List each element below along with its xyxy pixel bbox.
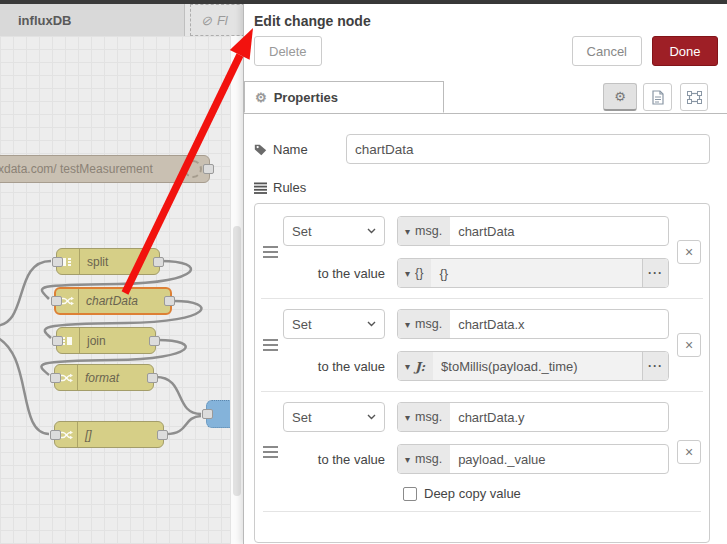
value-typed-input: ▾ {} {} ··· <box>397 258 669 288</box>
action-select[interactable]: Set <box>283 402 385 432</box>
caret-down-icon: ▾ <box>405 226 410 237</box>
value-type-button[interactable]: ▾ {} <box>398 259 431 287</box>
caret-down-icon: ▾ <box>405 361 410 372</box>
influxdb-icon <box>184 160 202 178</box>
property-input[interactable]: chartData <box>450 217 668 245</box>
done-button[interactable]: Done <box>652 36 718 66</box>
deep-copy-checkbox[interactable] <box>403 487 417 501</box>
rule-fields: Set ▾ msg. chartData.y <box>283 402 669 501</box>
value-type-button[interactable]: ▾ msg. <box>398 445 450 473</box>
input-port[interactable] <box>50 373 61 383</box>
output-port[interactable] <box>164 296 175 306</box>
node-bracket[interactable]: [] <box>54 421 164 448</box>
name-input[interactable] <box>346 134 710 164</box>
flow-tab-influxdb[interactable]: influxDB <box>0 4 185 36</box>
output-port[interactable] <box>149 336 160 346</box>
chevron-down-icon <box>367 228 376 234</box>
node-label: split <box>80 255 116 269</box>
caret-down-icon: ▾ <box>405 319 410 330</box>
output-port[interactable] <box>157 430 168 440</box>
value-input[interactable]: $toMillis(payload._time) <box>433 352 642 380</box>
edit-panel: Edit change node Delete Cancel Done ⚙ Pr… <box>243 4 727 544</box>
node-label: [] <box>78 428 100 442</box>
property-input[interactable]: chartData.x <box>450 310 668 338</box>
output-port[interactable] <box>147 373 158 383</box>
property-type-button[interactable]: ▾ msg. <box>398 217 450 245</box>
document-icon <box>652 90 664 105</box>
caret-down-icon: ▾ <box>405 412 410 423</box>
flow-canvas[interactable]: xdata.com/ testMeasurement split <box>0 36 243 544</box>
input-port[interactable] <box>50 430 61 440</box>
cancel-button[interactable]: Cancel <box>572 36 642 66</box>
name-label: Name <box>254 142 346 157</box>
output-port[interactable] <box>153 257 164 267</box>
drag-handle-icon[interactable] <box>263 246 283 258</box>
flow-workspace: influxDB ⊘ Fl xdata.com/ testMeasurement <box>0 4 243 544</box>
rule-divider <box>263 511 701 512</box>
value-input[interactable]: {} <box>431 259 642 287</box>
expand-editor-button[interactable]: ··· <box>642 259 668 287</box>
canvas-scrollbar[interactable] <box>230 36 243 544</box>
input-port[interactable] <box>51 296 62 306</box>
deep-copy-row: Deep copy value <box>403 486 669 501</box>
node-format[interactable]: format <box>54 364 154 391</box>
rule-row-1: Set ▾ msg. chartData <box>261 206 703 298</box>
node-label: format <box>78 371 127 385</box>
properties-tab-button[interactable]: ⚙ <box>603 83 637 111</box>
node-influxdb[interactable]: xdata.com/ testMeasurement <box>0 155 210 183</box>
deep-copy-label: Deep copy value <box>424 486 521 501</box>
rules-container: Set ▾ msg. chartData <box>254 203 710 543</box>
node-label: chartData <box>79 294 146 308</box>
rule-fields: Set ▾ msg. chartData.x <box>283 309 669 381</box>
input-port[interactable] <box>52 336 63 346</box>
name-row: Name <box>254 134 710 164</box>
description-tab-button[interactable] <box>643 83 672 111</box>
node-chartdata[interactable]: chartData <box>54 287 172 315</box>
to-value-label: to the value <box>283 452 385 467</box>
delete-button[interactable]: Delete <box>254 36 322 66</box>
value-input[interactable]: payload._value <box>450 445 668 473</box>
property-type-button[interactable]: ▾ msg. <box>398 403 450 431</box>
input-port[interactable] <box>52 257 63 267</box>
action-select[interactable]: Set <box>283 216 385 246</box>
value-typed-input: ▾ msg. payload._value <box>397 444 669 474</box>
node-join[interactable]: join <box>56 327 156 354</box>
caret-down-icon: ▾ <box>405 268 410 279</box>
node-label: join <box>80 334 114 348</box>
editor-tab-row: ⚙ Properties ⚙ <box>244 81 727 114</box>
tab-properties[interactable]: ⚙ Properties <box>244 81 444 113</box>
gear-icon: ⚙ <box>255 91 267 104</box>
remove-rule-button[interactable]: × <box>677 240 701 264</box>
caret-down-icon: ▾ <box>405 454 410 465</box>
rules-label: Rules <box>254 180 710 195</box>
flow-tabbar: influxDB ⊘ Fl <box>0 4 243 36</box>
appearance-tab-button[interactable] <box>680 83 708 111</box>
flow-tab-disabled[interactable]: ⊘ Fl <box>190 4 243 36</box>
input-port[interactable] <box>202 409 213 419</box>
to-value-label: to the value <box>283 359 385 374</box>
appearance-icon <box>687 91 702 104</box>
remove-rule-button[interactable]: × <box>677 440 701 464</box>
drag-handle-icon[interactable] <box>263 339 283 351</box>
node-label: xdata.com/ testMeasurement <box>0 162 161 176</box>
flow-tab-label: Fl <box>217 13 228 28</box>
to-value-label: to the value <box>283 266 385 281</box>
expand-editor-button[interactable]: ··· <box>642 352 668 380</box>
properties-form: Name Rules <box>244 114 727 543</box>
property-type-button[interactable]: ▾ msg. <box>398 310 450 338</box>
node-red-editor: influxDB ⊘ Fl xdata.com/ testMeasurement <box>0 0 727 544</box>
scrollbar-thumb[interactable] <box>233 226 241 496</box>
action-select[interactable]: Set <box>283 309 385 339</box>
rule-fields: Set ▾ msg. chartData <box>283 216 669 288</box>
property-input[interactable]: chartData.y <box>450 403 668 431</box>
rule-row-3: Set ▾ msg. chartData.y <box>261 391 703 511</box>
tag-icon <box>254 143 267 156</box>
property-typed-input: ▾ msg. chartData.x <box>397 309 669 339</box>
value-type-button[interactable]: ▾ J: <box>398 352 433 380</box>
drag-handle-icon[interactable] <box>263 446 283 458</box>
node-split[interactable]: split <box>56 248 160 275</box>
property-typed-input: ▾ msg. chartData.y <box>397 402 669 432</box>
remove-rule-button[interactable]: × <box>677 333 701 357</box>
property-typed-input: ▾ msg. chartData <box>397 216 669 246</box>
output-port[interactable] <box>203 164 214 174</box>
